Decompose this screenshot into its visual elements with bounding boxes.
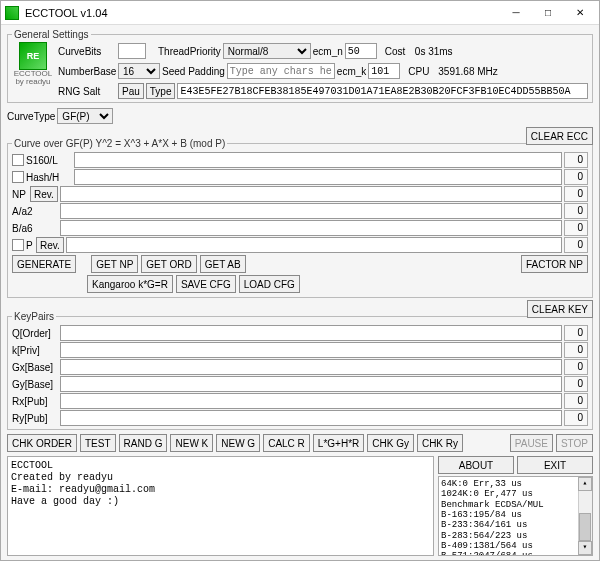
scroll-thumb[interactable] (579, 513, 591, 541)
factornp-button[interactable]: FACTOR NP (521, 255, 588, 273)
rngsalt-label: RNG Salt (58, 86, 116, 97)
kangaroo-button[interactable]: Kangaroo k*G=R (87, 275, 173, 293)
keypairs-group: KeyPairs Q[Order]0 k[Priv]0 Gx[Base]0 Gy… (7, 311, 593, 430)
close-button[interactable]: ✕ (565, 4, 595, 22)
gx-input[interactable] (60, 359, 562, 375)
s160-label: S160/L (26, 155, 72, 166)
threadpriority-label: ThreadPriority (158, 46, 221, 57)
rx-label: Rx[Pub] (12, 396, 58, 407)
general-settings-group: General Settings RE ECCTOOL by readyu Cu… (7, 29, 593, 103)
rngsalt-input[interactable] (177, 83, 588, 99)
type-button[interactable]: Type (146, 83, 176, 99)
about-button[interactable]: ABOUT (438, 456, 514, 474)
hash-zero: 0 (564, 169, 588, 185)
numberbase-select[interactable]: 16 (118, 63, 160, 79)
chkgy-button[interactable]: CHK Gy (367, 434, 414, 452)
exit-button[interactable]: EXIT (517, 456, 593, 474)
info-textbox: ECCTOOLCreated by readyuE-mail: readyu@g… (7, 456, 434, 556)
ry-input[interactable] (60, 410, 562, 426)
p-checkbox[interactable] (12, 239, 24, 251)
q-input[interactable] (60, 325, 562, 341)
randg-button[interactable]: RAND G (119, 434, 168, 452)
stop-button[interactable]: STOP (556, 434, 593, 452)
pau-button[interactable]: Pau (118, 83, 144, 99)
hash-checkbox[interactable] (12, 171, 24, 183)
clear-key-button[interactable]: CLEAR KEY (527, 300, 593, 318)
getord-button[interactable]: GET ORD (141, 255, 196, 273)
b6-input[interactable] (60, 220, 562, 236)
author-label: by readyu (15, 78, 50, 86)
q-zero: 0 (564, 325, 588, 341)
general-legend: General Settings (12, 29, 91, 40)
log-textbox: 64K:0 Err,33 us1024K:0 Er,477 usBenchmar… (438, 476, 593, 556)
getab-button[interactable]: GET AB (200, 255, 246, 273)
a2-label: A/a2 (12, 206, 58, 217)
threadpriority-select[interactable]: Normal/8 (223, 43, 311, 59)
hash-input[interactable] (74, 169, 562, 185)
gy-input[interactable] (60, 376, 562, 392)
app-window: ECCTOOL v1.04 ─ □ ✕ General Settings RE … (0, 0, 600, 561)
test-button[interactable]: TEST (80, 434, 116, 452)
q-label: Q[Order] (12, 328, 58, 339)
calcr-button[interactable]: CALC R (263, 434, 310, 452)
generate-button[interactable]: GENERATE (12, 255, 76, 273)
s160-checkbox[interactable] (12, 154, 24, 166)
curve-group: Curve over GF(P) Y^2 = X^3 + A*X + B (mo… (7, 138, 593, 298)
seedpadding-label: Seed Padding (162, 66, 225, 77)
gy-zero: 0 (564, 376, 588, 392)
b6-zero: 0 (564, 220, 588, 236)
gx-zero: 0 (564, 359, 588, 375)
ecm-n-label: ecm_n (313, 46, 343, 57)
ecctool-logo: RE (19, 42, 47, 70)
a2-zero: 0 (564, 203, 588, 219)
s160-input[interactable] (74, 152, 562, 168)
curvetype-select[interactable]: GF(P) (57, 108, 113, 124)
np-input[interactable] (60, 186, 562, 202)
scroll-up-icon[interactable]: ▴ (578, 477, 592, 491)
curvetype-label: CurveType (7, 111, 55, 122)
window-title: ECCTOOL v1.04 (25, 7, 501, 19)
getnp-button[interactable]: GET NP (91, 255, 138, 273)
clear-ecc-button[interactable]: CLEAR ECC (526, 127, 593, 145)
newk-button[interactable]: NEW K (170, 434, 213, 452)
lghr-button[interactable]: L*G+H*R (313, 434, 364, 452)
newg-button[interactable]: NEW G (216, 434, 260, 452)
cost-value: 0s 31ms (415, 46, 453, 57)
app-icon (5, 6, 19, 20)
maximize-button[interactable]: □ (533, 4, 563, 22)
np-rev-button[interactable]: Rev. (30, 186, 58, 202)
curvebits-label: CurveBits (58, 46, 116, 57)
ry-label: Ry[Pub] (12, 413, 58, 424)
scroll-down-icon[interactable]: ▾ (578, 541, 592, 555)
savecfg-button[interactable]: SAVE CFG (176, 275, 236, 293)
rx-input[interactable] (60, 393, 562, 409)
minimize-button[interactable]: ─ (501, 4, 531, 22)
p-rev-button[interactable]: Rev. (36, 237, 64, 253)
chkorder-button[interactable]: CHK ORDER (7, 434, 77, 452)
np-zero: 0 (564, 186, 588, 202)
rx-zero: 0 (564, 393, 588, 409)
ecm-k-input[interactable] (368, 63, 400, 79)
s160-zero: 0 (564, 152, 588, 168)
hash-label: Hash/H (26, 172, 72, 183)
log-scrollbar[interactable]: ▴ ▾ (578, 477, 592, 555)
seedpadding-input[interactable] (227, 63, 335, 79)
k-input[interactable] (60, 342, 562, 358)
ecm-k-label: ecm_k (337, 66, 366, 77)
titlebar: ECCTOOL v1.04 ─ □ ✕ (1, 1, 599, 25)
curvebits-input[interactable] (118, 43, 146, 59)
gx-label: Gx[Base] (12, 362, 58, 373)
p-label: P (26, 240, 34, 251)
chkry-button[interactable]: CHK Ry (417, 434, 463, 452)
p-input[interactable] (66, 237, 562, 253)
loadcfg-button[interactable]: LOAD CFG (239, 275, 300, 293)
ecm-n-input[interactable] (345, 43, 377, 59)
pause-button[interactable]: PAUSE (510, 434, 553, 452)
ry-zero: 0 (564, 410, 588, 426)
a2-input[interactable] (60, 203, 562, 219)
gy-label: Gy[Base] (12, 379, 58, 390)
np-label: NP (12, 189, 28, 200)
cpu-value: 3591.68 MHz (438, 66, 497, 77)
p-zero: 0 (564, 237, 588, 253)
cost-label: Cost (385, 46, 413, 57)
